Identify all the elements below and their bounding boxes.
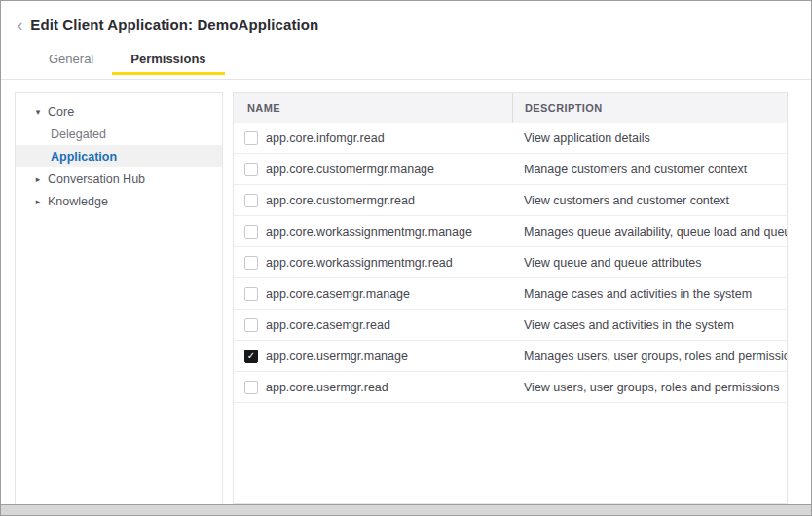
column-header-description[interactable]: DESCRIPTION <box>512 93 787 123</box>
table-row[interactable]: app.core.workassignmentmgr.read View que… <box>234 247 787 278</box>
page-title: Edit Client Application: DemoApplication <box>30 17 318 33</box>
tree-item-label: Conversation Hub <box>48 172 145 186</box>
permission-checkbox[interactable] <box>244 287 258 301</box>
horizontal-scrollbar[interactable] <box>1 504 811 515</box>
table-row[interactable]: app.core.infomgr.read View application d… <box>234 123 787 154</box>
tree-item-label: Delegated <box>51 128 106 141</box>
permission-description: Manage customers and customer context <box>512 163 787 176</box>
table-header: NAME DESCRIPTION <box>234 93 787 123</box>
permission-checkbox[interactable] <box>244 225 258 239</box>
tree-item-conversation-hub[interactable]: ▸Conversation Hub <box>16 167 222 190</box>
tab-permissions[interactable]: Permissions <box>112 47 224 79</box>
content-area: ▾CoreDelegatedApplication▸Conversation H… <box>1 80 811 505</box>
permission-description: View application details <box>512 131 787 145</box>
tree-item-knowledge[interactable]: ▸Knowledge <box>16 190 222 212</box>
permission-name-cell: app.core.workassignmentmgr.manage <box>234 225 512 239</box>
permission-name: app.core.customermgr.manage <box>266 163 434 176</box>
permission-checkbox[interactable] <box>244 163 258 176</box>
caret-down-icon[interactable]: ▾ <box>32 107 44 117</box>
permission-description: View cases and activities in the system <box>512 318 787 332</box>
table-row[interactable]: ✓ app.core.usermgr.manage Manages users,… <box>234 341 787 372</box>
permission-checkbox[interactable] <box>244 131 258 145</box>
permission-checkbox[interactable] <box>244 256 258 270</box>
permission-name-cell: app.core.infomgr.read <box>234 131 512 145</box>
table-body: app.core.infomgr.read View application d… <box>234 123 787 403</box>
permission-name-cell: app.core.casemgr.read <box>234 318 512 332</box>
permission-name-cell: app.core.casemgr.manage <box>234 287 512 301</box>
permission-name: app.core.casemgr.read <box>266 318 390 332</box>
edit-client-application-window: ‹ Edit Client Application: DemoApplicati… <box>0 0 812 516</box>
table-row[interactable]: app.core.casemgr.read View cases and act… <box>234 310 787 341</box>
permission-name: app.core.casemgr.manage <box>266 287 410 301</box>
title-bar: ‹ Edit Client Application: DemoApplicati… <box>1 1 811 36</box>
back-icon[interactable]: ‹ <box>18 16 22 34</box>
permission-description: View users, user groups, roles and permi… <box>512 381 787 394</box>
tree-item-label: Application <box>51 150 117 164</box>
caret-right-icon[interactable]: ▸ <box>32 197 44 206</box>
permission-checkbox[interactable]: ✓ <box>244 350 258 363</box>
table-row[interactable]: app.core.usermgr.read View users, user g… <box>234 372 787 403</box>
permission-name-cell: app.core.customermgr.manage <box>234 163 512 176</box>
permission-name-cell: app.core.workassignmentmgr.read <box>234 256 512 270</box>
permission-description: View queue and queue attributes <box>512 256 787 270</box>
tab-bar: General Permissions <box>1 47 811 80</box>
tree-item-label: Knowledge <box>48 195 108 208</box>
permission-name: app.core.usermgr.manage <box>266 350 408 363</box>
permissions-table: NAME DESCRIPTION app.core.infomgr.read V… <box>233 92 788 504</box>
tree-item-core[interactable]: ▾Core <box>16 100 222 123</box>
permission-name: app.core.workassignmentmgr.read <box>266 256 453 270</box>
table-row[interactable]: app.core.workassignmentmgr.manage Manage… <box>234 216 787 247</box>
tree-item-label: Core <box>48 105 74 119</box>
tree-item-application[interactable]: Application <box>16 145 222 167</box>
permission-name: app.core.workassignmentmgr.manage <box>266 225 472 239</box>
table-row[interactable]: app.core.customermgr.read View customers… <box>234 185 787 216</box>
permission-description: Manage cases and activities in the syste… <box>512 287 787 301</box>
table-row[interactable]: app.core.customermgr.manage Manage custo… <box>234 154 787 185</box>
permission-checkbox[interactable] <box>244 194 258 207</box>
permission-name: app.core.usermgr.read <box>266 381 388 394</box>
permission-name-cell: ✓ app.core.usermgr.manage <box>234 350 512 363</box>
column-header-name[interactable]: NAME <box>234 102 512 114</box>
permission-groups-panel: ▾CoreDelegatedApplication▸Conversation H… <box>15 92 223 505</box>
permission-name: app.core.infomgr.read <box>266 131 385 145</box>
permission-checkbox[interactable] <box>244 318 258 332</box>
tree-item-delegated[interactable]: Delegated <box>16 123 222 145</box>
permission-name: app.core.customermgr.read <box>266 194 415 207</box>
permissions-tree: ▾CoreDelegatedApplication▸Conversation H… <box>16 100 222 212</box>
caret-right-icon[interactable]: ▸ <box>32 174 44 184</box>
permission-checkbox[interactable] <box>244 381 258 394</box>
permission-name-cell: app.core.customermgr.read <box>234 194 512 207</box>
permission-description: View customers and customer context <box>512 194 787 207</box>
permission-description: Manages users, user groups, roles and pe… <box>512 350 787 363</box>
tab-general[interactable]: General <box>30 47 112 79</box>
table-row[interactable]: app.core.casemgr.manage Manage cases and… <box>234 278 787 310</box>
permission-name-cell: app.core.usermgr.read <box>234 381 512 394</box>
permission-description: Manages queue availability, queue load a… <box>512 225 787 239</box>
